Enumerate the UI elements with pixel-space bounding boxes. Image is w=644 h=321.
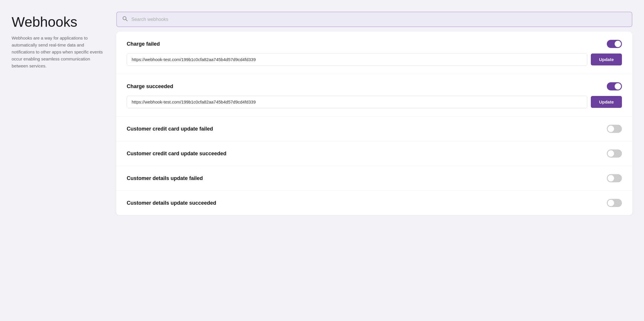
webhook-toggle-customer-details-update-failed[interactable]	[607, 174, 622, 182]
webhook-header-customer-details-update-succeeded: Customer details update succeeded	[127, 199, 622, 207]
webhook-url-row-charge-failed: Update	[127, 53, 622, 66]
left-panel: Webhooks Webhooks are a way for applicat…	[12, 12, 105, 215]
webhook-update-button-charge-failed[interactable]: Update	[591, 54, 622, 65]
webhook-name-charge-failed: Charge failed	[127, 41, 160, 47]
webhook-name-customer-details-update-succeeded: Customer details update succeeded	[127, 200, 216, 206]
webhook-header-customer-credit-card-update-succeeded: Customer credit card update succeeded	[127, 149, 622, 158]
webhook-name-charge-succeeded: Charge succeeded	[127, 83, 173, 90]
webhook-item-customer-details-update-succeeded: Customer details update succeeded	[116, 191, 632, 215]
webhook-toggle-charge-failed[interactable]	[607, 40, 622, 48]
search-bar	[116, 12, 632, 27]
webhook-toggle-customer-credit-card-update-failed[interactable]	[607, 125, 622, 133]
webhook-toggle-customer-details-update-succeeded[interactable]	[607, 199, 622, 207]
search-icon	[122, 16, 128, 23]
webhook-name-customer-details-update-failed: Customer details update failed	[127, 175, 203, 181]
right-panel: Charge failedUpdateCharge succeededUpdat…	[116, 12, 632, 215]
webhook-item-customer-credit-card-update-failed: Customer credit card update failed	[116, 117, 632, 141]
webhook-url-input-charge-succeeded[interactable]	[127, 96, 587, 108]
webhook-name-customer-credit-card-update-succeeded: Customer credit card update succeeded	[127, 151, 226, 157]
webhook-item-charge-succeeded: Charge succeededUpdate	[116, 74, 632, 117]
page-title: Webhooks	[12, 15, 105, 30]
webhook-url-row-charge-succeeded: Update	[127, 96, 622, 108]
webhook-toggle-customer-credit-card-update-succeeded[interactable]	[607, 149, 622, 158]
webhook-header-customer-credit-card-update-failed: Customer credit card update failed	[127, 125, 622, 133]
webhook-url-input-charge-failed[interactable]	[127, 53, 587, 66]
webhook-item-customer-credit-card-update-succeeded: Customer credit card update succeeded	[116, 141, 632, 166]
search-input[interactable]	[131, 17, 627, 22]
webhook-header-charge-failed: Charge failed	[127, 40, 622, 48]
svg-line-1	[126, 19, 128, 21]
webhook-item-customer-details-update-failed: Customer details update failed	[116, 166, 632, 191]
webhook-update-button-charge-succeeded[interactable]: Update	[591, 96, 622, 108]
page-description: Webhooks are a way for applications to a…	[12, 35, 105, 69]
webhook-toggle-charge-succeeded[interactable]	[607, 82, 622, 90]
webhook-header-charge-succeeded: Charge succeeded	[127, 82, 622, 90]
webhook-item-charge-failed: Charge failedUpdate	[116, 32, 632, 74]
webhook-name-customer-credit-card-update-failed: Customer credit card update failed	[127, 126, 213, 132]
webhooks-list: Charge failedUpdateCharge succeededUpdat…	[116, 32, 632, 215]
webhook-header-customer-details-update-failed: Customer details update failed	[127, 174, 622, 182]
